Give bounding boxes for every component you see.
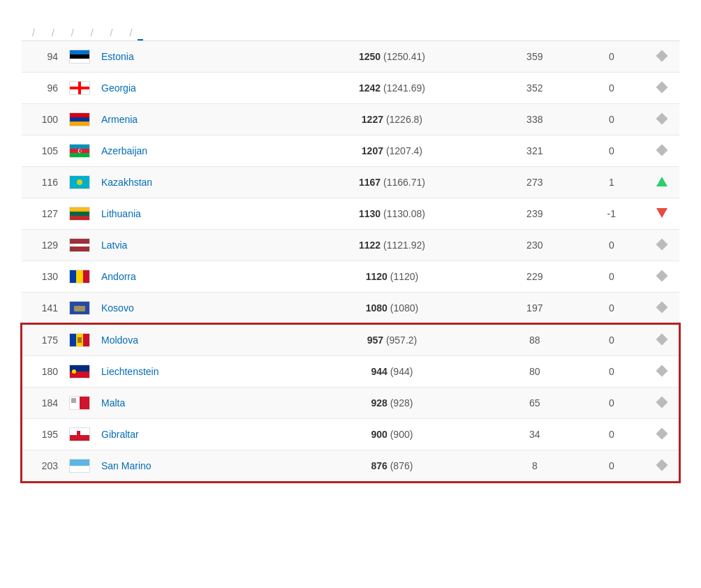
trend-cell — [644, 293, 679, 325]
trend-neutral-icon — [656, 113, 668, 125]
change-cell: 0 — [579, 261, 644, 293]
trend-neutral-icon — [656, 334, 667, 346]
tab-uefa[interactable] — [138, 25, 143, 41]
trend-neutral-icon — [656, 428, 667, 440]
country-name[interactable]: Gibraltar — [96, 419, 293, 450]
trend-neutral-icon — [656, 302, 668, 314]
svg-text:☪: ☪ — [78, 148, 82, 154]
country-flag — [69, 112, 90, 126]
country-flag — [69, 459, 90, 473]
points-cell: 1227 (1226.8) — [293, 104, 491, 135]
matches-cell: 197 — [491, 293, 579, 325]
svg-rect-29 — [78, 337, 82, 343]
tab-caf[interactable] — [40, 26, 46, 40]
rank-cell: 127 — [22, 198, 64, 230]
nav-separator-6: / — [124, 27, 138, 38]
points-cell: 876 (876) — [293, 450, 491, 483]
change-cell: -1 — [579, 198, 644, 230]
country-name[interactable]: Armenia — [96, 104, 293, 135]
country-name[interactable]: Georgia — [96, 73, 293, 104]
flag-cell: ☪ — [64, 135, 96, 167]
change-cell: 0 — [579, 388, 644, 419]
country-name[interactable]: Moldova — [96, 324, 293, 356]
flag-cell — [64, 324, 96, 356]
tab-afc[interactable] — [118, 26, 124, 40]
flag-cell — [64, 41, 96, 73]
table-row: 195 Gibraltar 900 (900) 34 0 — [22, 419, 679, 450]
change-cell: 0 — [579, 73, 644, 104]
matches-cell: 8 — [491, 450, 579, 483]
change-cell: 0 — [579, 230, 644, 261]
country-name[interactable]: Kazakhstan — [96, 167, 293, 198]
rank-cell: 130 — [22, 261, 64, 293]
country-name[interactable]: Andorra — [96, 261, 293, 293]
points-cell: 900 (900) — [293, 419, 491, 450]
country-flag — [69, 427, 90, 441]
country-name[interactable]: Malta — [96, 388, 293, 419]
country-name[interactable]: Lithuania — [96, 198, 293, 230]
country-flag — [69, 270, 90, 284]
trend-cell — [644, 230, 679, 261]
svg-rect-34 — [80, 397, 89, 409]
confederation-nav: / / / / / / — [21, 25, 680, 41]
nav-separator-4: / — [85, 27, 99, 38]
svg-rect-19 — [70, 244, 89, 247]
trend-cell — [644, 73, 679, 104]
country-name[interactable]: Estonia — [96, 41, 293, 73]
matches-cell: 34 — [491, 419, 579, 450]
svg-rect-2 — [70, 59, 89, 63]
country-flag — [69, 50, 90, 64]
flag-cell — [64, 450, 96, 483]
flag-cell — [64, 356, 96, 388]
nav-separator-2: / — [46, 27, 60, 38]
matches-cell: 273 — [491, 167, 579, 198]
change-cell: 0 — [579, 135, 644, 167]
rank-cell: 195 — [22, 419, 64, 450]
trend-cell — [644, 41, 679, 73]
flag-cell — [64, 198, 96, 230]
trend-cell — [644, 356, 679, 388]
rank-cell: 141 — [22, 293, 64, 325]
trend-cell — [644, 167, 679, 198]
svg-point-32 — [72, 369, 76, 374]
matches-cell: 230 — [491, 230, 579, 261]
svg-point-14 — [77, 179, 82, 185]
matches-cell: 80 — [491, 356, 579, 388]
trend-neutral-icon — [656, 50, 668, 62]
flag-cell — [64, 167, 96, 198]
tab-concacaf[interactable] — [60, 26, 66, 40]
country-name[interactable]: Latvia — [96, 230, 293, 261]
change-cell: 0 — [579, 104, 644, 135]
table-row: 96 Georgia 1242 (1241.69) 352 0 — [22, 73, 679, 104]
points-cell: 1207 (1207.4) — [293, 135, 491, 167]
country-name[interactable]: Liechtenstein — [96, 356, 293, 388]
tab-ofc[interactable] — [99, 26, 105, 40]
rank-cell: 129 — [22, 230, 64, 261]
svg-rect-1 — [70, 54, 89, 59]
tab-all-confederations[interactable] — [21, 26, 27, 40]
flag-cell — [64, 419, 96, 450]
flag-cell — [64, 388, 96, 419]
country-flag — [69, 396, 90, 410]
country-name[interactable]: Azerbaijan — [96, 135, 293, 167]
rank-cell: 100 — [22, 104, 64, 135]
country-flag — [69, 301, 90, 315]
svg-rect-20 — [70, 247, 89, 251]
svg-rect-5 — [70, 87, 89, 89]
svg-rect-15 — [70, 207, 89, 212]
flag-cell — [64, 73, 96, 104]
points-cell: 928 (928) — [293, 388, 491, 419]
country-name[interactable]: Kosovo — [96, 293, 293, 325]
svg-rect-40 — [70, 466, 89, 472]
tab-conmebol[interactable] — [80, 26, 85, 40]
change-cell: 0 — [579, 293, 644, 325]
table-row: 141 Kosovo 1080 (1080) 197 0 — [22, 293, 679, 325]
trend-neutral-icon — [656, 145, 668, 156]
trend-neutral-icon — [656, 365, 667, 377]
matches-cell: 65 — [491, 388, 579, 419]
country-name[interactable]: San Marino — [96, 450, 293, 483]
change-cell: 0 — [579, 356, 644, 388]
country-flag: ☪ — [69, 144, 90, 158]
points-cell: 1120 (1120) — [293, 261, 491, 293]
svg-rect-23 — [83, 270, 89, 283]
